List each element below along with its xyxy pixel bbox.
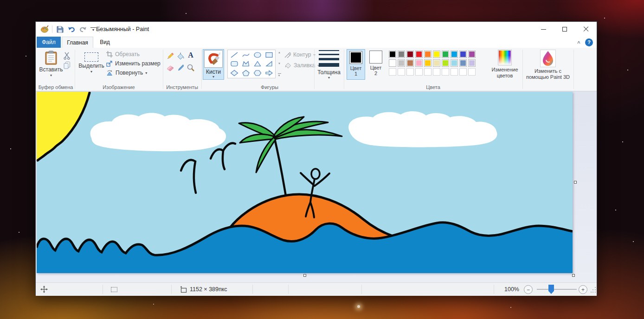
close-button[interactable] <box>575 22 597 37</box>
palette-swatch[interactable] <box>433 59 440 67</box>
crop-label: Обрезать <box>115 51 140 57</box>
color1-button[interactable]: Цвет 1 <box>347 49 365 80</box>
shape-ellipse[interactable] <box>251 51 263 59</box>
shape-outline-button[interactable]: Контур ▾ <box>284 51 315 58</box>
shape-rectangle[interactable] <box>263 51 275 59</box>
canvas-resize-handle-right[interactable] <box>574 181 577 184</box>
palette-swatch[interactable] <box>415 51 423 58</box>
title-bar[interactable]: ▾ Безымянный - Paint <box>36 22 597 37</box>
redo-button[interactable] <box>79 25 87 34</box>
undo-button[interactable] <box>67 25 76 34</box>
color1-label-line2: 1 <box>354 71 357 77</box>
tab-file[interactable]: Файл <box>37 37 61 48</box>
maximize-button[interactable] <box>554 22 575 37</box>
paint3d-label-line2: помощью Paint 3D <box>526 74 570 80</box>
shape-curve[interactable] <box>240 51 251 59</box>
palette-swatch[interactable] <box>459 59 467 67</box>
size-dropdown[interactable]: ▾ <box>328 76 330 79</box>
shape-arrow-right[interactable] <box>263 69 275 77</box>
shape-pentagon[interactable] <box>240 69 251 77</box>
edit-with-paint3d-button[interactable]: Изменить с помощью Paint 3D <box>524 50 572 80</box>
shapes-show-all-button[interactable]: ▼ <box>278 73 281 77</box>
cut-button[interactable] <box>62 51 71 60</box>
statusbar-separator <box>361 285 362 294</box>
palette-swatch[interactable] <box>389 59 396 67</box>
eraser-tool[interactable] <box>166 63 175 72</box>
palette-swatch[interactable] <box>442 51 449 58</box>
canvas-resize-handle-corner[interactable] <box>572 274 575 277</box>
shape-triangle[interactable] <box>251 59 263 68</box>
palette-swatch[interactable] <box>424 59 431 67</box>
brushes-button[interactable]: Кисти ▾ <box>203 49 224 80</box>
palette-swatch[interactable] <box>398 59 405 67</box>
window-resize-grip[interactable] <box>591 287 596 293</box>
zoom-slider-track[interactable] <box>537 289 577 290</box>
text-tool[interactable]: A <box>186 51 195 60</box>
paste-button[interactable]: Вставить ▾ <box>39 48 63 77</box>
size-button[interactable]: Толщина ▾ <box>314 48 344 79</box>
edit-colors-label-line1: Изменение <box>491 67 518 73</box>
select-rectangle-icon <box>84 52 98 62</box>
palette-swatch-empty[interactable] <box>389 68 396 76</box>
palette-swatch[interactable] <box>415 59 423 67</box>
palette-swatch-empty[interactable] <box>424 68 431 76</box>
copy-button[interactable] <box>62 60 71 70</box>
palette-swatch[interactable] <box>406 51 414 58</box>
palette-swatch-empty[interactable] <box>459 68 467 76</box>
palette-swatch-empty[interactable] <box>468 68 476 76</box>
select-dropdown[interactable]: ▾ <box>90 70 92 73</box>
palette-swatch[interactable] <box>406 59 414 67</box>
rotate-button[interactable]: Повернуть ▾ <box>106 70 147 76</box>
shapes-scroll-up-button[interactable]: ▲ <box>278 51 281 54</box>
shape-line[interactable] <box>228 51 240 59</box>
magnifier-tool[interactable] <box>186 63 195 72</box>
palette-swatch-empty[interactable] <box>442 68 449 76</box>
palette-swatch-empty[interactable] <box>433 68 440 76</box>
palette-swatch-empty[interactable] <box>398 68 405 76</box>
canvas-resize-handle-bottom[interactable] <box>303 274 306 277</box>
palette-swatch[interactable] <box>468 51 476 58</box>
palette-swatch[interactable] <box>433 51 440 58</box>
resize-button[interactable]: Изменить размер <box>106 60 161 67</box>
paste-label: Вставить <box>39 66 63 73</box>
palette-swatch[interactable] <box>459 51 467 58</box>
shape-hexagon[interactable] <box>251 69 263 77</box>
shape-polygon[interactable] <box>240 59 251 68</box>
palette-swatch[interactable] <box>442 59 449 67</box>
save-button[interactable] <box>56 25 64 34</box>
tab-view[interactable]: Вид <box>94 37 116 48</box>
pencil-tool[interactable] <box>166 51 175 61</box>
crop-button[interactable]: Обрезать <box>106 51 140 57</box>
shapes-scroll-down-button[interactable]: ▼ <box>278 62 281 65</box>
rotate-dropdown[interactable]: ▾ <box>145 71 147 75</box>
shape-right-triangle[interactable] <box>263 59 275 68</box>
palette-swatch[interactable] <box>468 59 476 67</box>
tab-home[interactable]: Главная <box>62 37 93 48</box>
paste-dropdown[interactable]: ▾ <box>50 74 52 77</box>
palette-swatch[interactable] <box>398 51 405 58</box>
zoom-out-button[interactable]: − <box>524 285 533 294</box>
palette-swatch[interactable] <box>424 51 431 58</box>
shape-diamond[interactable] <box>228 69 240 77</box>
fill-tool[interactable] <box>176 51 185 61</box>
palette-swatch-empty[interactable] <box>451 68 458 76</box>
drawing-canvas[interactable] <box>37 92 573 273</box>
color2-button[interactable]: Цвет 2 <box>367 49 385 80</box>
zoom-slider-thumb[interactable] <box>548 285 554 294</box>
brushes-dropdown[interactable]: ▾ <box>213 75 214 78</box>
palette-swatch-empty[interactable] <box>415 68 423 76</box>
palette-swatch[interactable] <box>451 51 458 58</box>
select-button[interactable]: Выделить ▾ <box>78 48 104 73</box>
shape-rounded-rectangle[interactable] <box>228 59 240 68</box>
palette-swatch[interactable] <box>451 59 458 67</box>
collapse-ribbon-button[interactable]: ∧ <box>577 40 581 45</box>
zoom-in-button[interactable]: + <box>579 285 587 294</box>
resize-label: Изменить размер <box>115 60 161 67</box>
minimize-button[interactable] <box>533 22 554 37</box>
palette-swatch-empty[interactable] <box>406 68 414 76</box>
color-picker-tool[interactable] <box>176 63 185 72</box>
edit-colors-button[interactable]: Изменение цветов <box>489 50 521 79</box>
qat-customize-button[interactable]: ▾ <box>90 27 96 32</box>
palette-swatch[interactable] <box>389 51 396 58</box>
help-button[interactable]: ? <box>585 38 593 46</box>
